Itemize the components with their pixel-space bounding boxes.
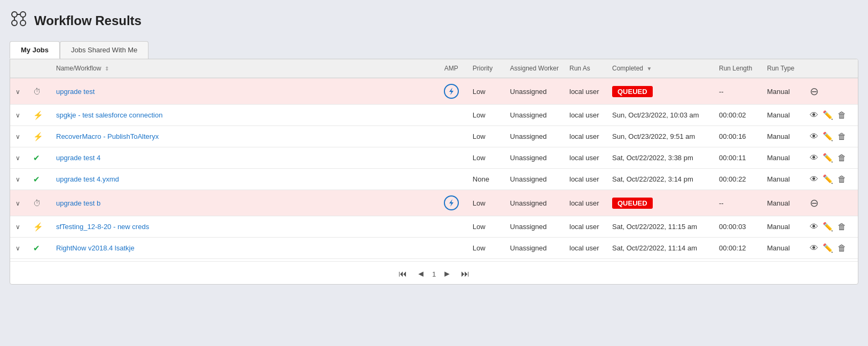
expand-cell: ∨	[10, 216, 28, 238]
view-icon[interactable]: 👁	[810, 243, 818, 253]
col-name-header[interactable]: Name/Workflow ⇕	[51, 59, 435, 78]
completed-cell: Sun, Oct/23/2022, 10:03 am	[607, 105, 714, 126]
delete-icon[interactable]: 🗑	[838, 153, 846, 163]
expand-button[interactable]: ∨	[15, 133, 20, 140]
completed-cell: Sat, Oct/22/2022, 3:14 pm	[607, 169, 714, 190]
tab-shared-jobs[interactable]: Jobs Shared With Me	[60, 41, 148, 59]
minus-circle-button[interactable]: ⊖	[810, 197, 819, 209]
queued-badge: QUEUED	[612, 198, 653, 209]
edit-icon[interactable]: ✏️	[823, 174, 833, 184]
status-cell: ⏱	[28, 78, 51, 105]
next-page-button[interactable]: ►	[440, 268, 454, 280]
view-icon[interactable]: 👁	[810, 132, 818, 141]
workflow-icon	[10, 10, 28, 32]
amp-cell	[435, 169, 467, 190]
status-cell: ⚡	[28, 105, 51, 126]
svg-point-2	[12, 20, 17, 26]
runas-cell: local user	[564, 190, 607, 216]
col-completed-header[interactable]: Completed ▼	[607, 59, 714, 78]
completed-cell: QUEUED	[607, 78, 714, 105]
expand-button[interactable]: ∨	[15, 200, 20, 207]
jobs-table: Name/Workflow ⇕ AMP Priority Assigned Wo…	[10, 59, 858, 259]
completed-date: Sat, Oct/22/2022, 3:14 pm	[612, 175, 693, 183]
job-name-link[interactable]: sfTesting_12-8-20 - new creds	[56, 223, 149, 231]
expand-button[interactable]: ∨	[15, 223, 20, 231]
name-cell: upgrade test b	[51, 190, 435, 216]
amp-cell	[435, 105, 467, 126]
check-icon: ✔	[33, 153, 40, 163]
first-page-button[interactable]: ⏮	[396, 268, 410, 280]
lightning-icon: ⚡	[33, 222, 43, 232]
table-row: ∨ ✔ RightNow v2018.4 lsatkje Low Unassig…	[10, 238, 858, 259]
delete-icon[interactable]: 🗑	[838, 132, 846, 141]
table-row: ∨ ✔ upgrade test 4.yxmd None Unassigned …	[10, 169, 858, 190]
check-icon: ✔	[33, 243, 40, 253]
delete-icon[interactable]: 🗑	[838, 175, 846, 184]
svg-point-3	[20, 20, 26, 26]
view-icon[interactable]: 👁	[810, 111, 818, 120]
expand-button[interactable]: ∨	[15, 112, 20, 119]
prev-page-button[interactable]: ◄	[414, 268, 428, 280]
completed-date: Sat, Oct/22/2022, 11:14 am	[612, 244, 697, 252]
amp-cell	[435, 190, 467, 216]
svg-point-1	[20, 12, 26, 17]
action-icons: 👁 ✏️ 🗑	[810, 222, 853, 232]
amp-cell	[435, 126, 467, 147]
priority-cell: Low	[467, 105, 505, 126]
job-name-link[interactable]: upgrade test 4.yxmd	[56, 175, 119, 183]
edit-icon[interactable]: ✏️	[823, 110, 833, 120]
edit-icon[interactable]: ✏️	[823, 243, 833, 253]
job-name-link[interactable]: RecoverMacro - PublishToAlteryx	[56, 132, 159, 140]
runlength-cell: 00:00:11	[714, 147, 762, 169]
expand-button[interactable]: ∨	[15, 245, 20, 252]
expand-button[interactable]: ∨	[15, 154, 20, 162]
runlength-cell: 00:00:02	[714, 105, 762, 126]
table-row: ∨ ⚡ sfTesting_12-8-20 - new creds Low Un…	[10, 216, 858, 238]
expand-button[interactable]: ∨	[15, 176, 20, 183]
job-name-link[interactable]: upgrade test	[56, 88, 95, 96]
action-icons: 👁 ✏️ 🗑	[810, 131, 853, 141]
job-name-link[interactable]: upgrade test 4	[56, 154, 100, 162]
expand-button[interactable]: ∨	[15, 88, 20, 96]
job-name-link[interactable]: upgrade test b	[56, 199, 100, 207]
worker-cell: Unassigned	[505, 78, 564, 105]
status-cell: ⚡	[28, 126, 51, 147]
name-sort-icon: ⇕	[105, 66, 109, 72]
runtype-cell: Manual	[762, 238, 804, 259]
actions-cell: 👁 ✏️ 🗑	[804, 105, 858, 126]
delete-icon[interactable]: 🗑	[838, 111, 846, 120]
expand-cell: ∨	[10, 169, 28, 190]
delete-icon[interactable]: 🗑	[838, 222, 846, 232]
col-runas-header: Run As	[564, 59, 607, 78]
priority-cell: Low	[467, 190, 505, 216]
amp-cell	[435, 238, 467, 259]
edit-icon[interactable]: ✏️	[823, 131, 833, 141]
runtype-cell: Manual	[762, 216, 804, 238]
job-name-link[interactable]: RightNow v2018.4 lsatkje	[56, 244, 135, 252]
pagination: ⏮ ◄ 1 ► ⏭	[10, 261, 858, 284]
edit-icon[interactable]: ✏️	[823, 153, 833, 163]
runtype-cell: Manual	[762, 147, 804, 169]
lightning-icon: ⚡	[33, 132, 43, 141]
tab-my-jobs[interactable]: My Jobs	[10, 41, 60, 59]
view-icon[interactable]: 👁	[810, 222, 818, 232]
col-actions-header	[804, 59, 858, 78]
edit-icon[interactable]: ✏️	[823, 222, 833, 232]
amp-cell	[435, 78, 467, 105]
last-page-button[interactable]: ⏭	[458, 268, 472, 280]
runlength-cell: 00:00:22	[714, 169, 762, 190]
runas-cell: local user	[564, 126, 607, 147]
expand-cell: ∨	[10, 190, 28, 216]
view-icon[interactable]: 👁	[810, 175, 818, 184]
view-icon[interactable]: 👁	[810, 153, 818, 163]
table-row: ∨ ⏱ upgrade test Low Unassigned local us…	[10, 78, 858, 105]
table-body: ∨ ⏱ upgrade test Low Unassigned local us…	[10, 78, 858, 259]
col-status	[28, 59, 51, 78]
job-name-link[interactable]: spgkje - test salesforce connection	[56, 111, 162, 119]
runlength-cell: 00:00:03	[714, 216, 762, 238]
runlength-cell: --	[714, 190, 762, 216]
minus-circle-button[interactable]: ⊖	[810, 85, 819, 97]
delete-icon[interactable]: 🗑	[838, 243, 846, 253]
worker-cell: Unassigned	[505, 105, 564, 126]
worker-cell: Unassigned	[505, 190, 564, 216]
